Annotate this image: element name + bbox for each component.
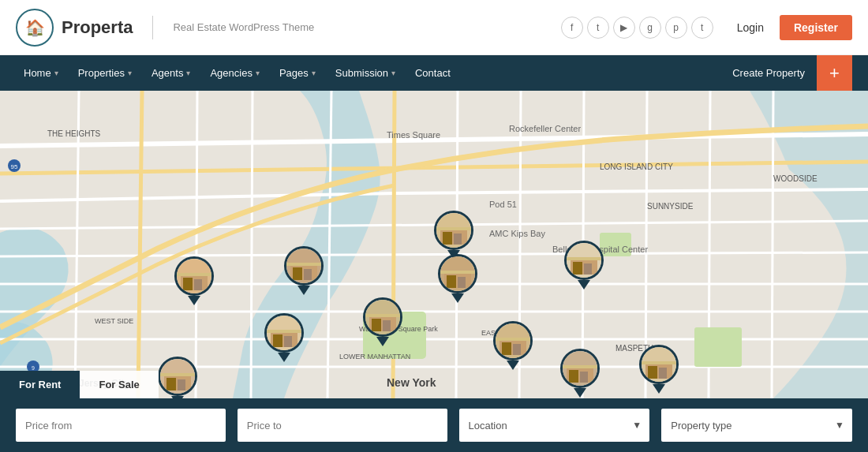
nav-items: Home ▾ Properties ▾ Agents ▾ Agencies ▾ … [16, 55, 720, 91]
map-marker[interactable] [174, 256, 214, 302]
nav-label-home: Home [24, 67, 51, 79]
svg-text:SUNNYSIDE: SUNNYSIDE [647, 202, 694, 211]
svg-line-13 [196, 91, 197, 398]
svg-text:WOODSIDE: WOODSIDE [773, 174, 817, 183]
location-select[interactable]: Location New York Brooklyn Queens Manhat… [459, 409, 650, 442]
social-icons: f t ▶ g p t [561, 17, 713, 39]
map-marker[interactable] [560, 349, 600, 394]
map-marker[interactable] [363, 297, 402, 343]
chevron-down-icon: ▾ [256, 69, 260, 77]
price-to-input[interactable] [238, 409, 447, 442]
nav-label-submission: Submission [335, 67, 388, 79]
svg-line-22 [772, 91, 773, 398]
chevron-down-icon: ▾ [54, 69, 58, 77]
pinterest-icon[interactable]: p [665, 17, 687, 39]
map-marker[interactable] [284, 246, 324, 292]
nav-item-agents[interactable]: Agents ▾ [144, 55, 198, 91]
nav-right: Create Property + [720, 55, 852, 91]
nav-label-agencies: Agencies [210, 67, 252, 79]
svg-text:Times Square: Times Square [387, 130, 440, 140]
svg-text:LONG ISLAND CITY: LONG ISLAND CITY [600, 162, 673, 171]
tab-for-rent[interactable]: For Rent [0, 371, 80, 398]
nav-item-agencies[interactable]: Agencies ▾ [202, 55, 267, 91]
logo-subtitle: Real Estate WordPress Theme [173, 21, 314, 33]
property-type-select-wrapper: Property type Apartment House Studio Con… [661, 409, 852, 442]
nav-item-contact[interactable]: Contact [407, 55, 458, 91]
create-property-button[interactable]: Create Property [720, 55, 817, 91]
map-marker[interactable] [564, 241, 604, 286]
map-marker[interactable] [158, 357, 197, 398]
header: 🏠 Properta Real Estate WordPress Theme f… [0, 0, 868, 55]
header-right: f t ▶ g p t Login Register [561, 15, 852, 40]
logo-divider [152, 16, 153, 39]
chevron-down-icon: ▾ [128, 69, 132, 77]
nav-label-agents: Agents [152, 67, 183, 79]
nav-item-home[interactable]: Home ▾ [16, 55, 66, 91]
nav-label-contact: Contact [415, 67, 451, 79]
register-button[interactable]: Register [780, 15, 852, 40]
svg-text:WEST SIDE: WEST SIDE [95, 317, 133, 325]
map-marker[interactable] [434, 211, 473, 256]
svg-text:AMC Kips Bay: AMC Kips Bay [489, 229, 545, 238]
logo-icon: 🏠 [16, 9, 54, 47]
svg-rect-25 [694, 327, 742, 367]
tabs-bar: For Rent For Sale [0, 371, 159, 398]
logo-text: Properta [62, 17, 133, 38]
plus-button[interactable]: + [817, 55, 852, 91]
svg-text:New York: New York [387, 376, 436, 389]
tumblr-icon[interactable]: t [691, 17, 713, 39]
svg-line-14 [251, 91, 253, 398]
svg-text:9: 9 [32, 365, 35, 371]
location-select-wrapper: Location New York Brooklyn Queens Manhat… [459, 409, 650, 442]
chevron-down-icon: ▾ [186, 69, 190, 77]
navigation: Home ▾ Properties ▾ Agents ▾ Agencies ▾ … [0, 55, 868, 91]
svg-text:95: 95 [11, 163, 18, 170]
chevron-down-icon: ▾ [391, 69, 395, 77]
tab-for-sale[interactable]: For Sale [80, 371, 158, 398]
youtube-icon[interactable]: ▶ [613, 17, 635, 39]
map-container: Times Square Rockefeller Center AMC Kips… [0, 91, 868, 398]
twitter-icon[interactable]: t [587, 17, 609, 39]
nav-label-pages: Pages [279, 67, 309, 79]
nav-label-properties: Properties [78, 67, 125, 79]
nav-item-submission[interactable]: Submission ▾ [327, 55, 403, 91]
svg-text:THE HEIGHTS: THE HEIGHTS [47, 129, 101, 138]
login-button[interactable]: Login [728, 17, 773, 39]
svg-text:LOWER MANHATTAN: LOWER MANHATTAN [339, 353, 410, 360]
map-marker[interactable] [438, 254, 477, 300]
map-marker[interactable] [264, 313, 304, 359]
map-marker[interactable] [639, 345, 679, 390]
nav-item-pages[interactable]: Pages ▾ [271, 55, 324, 91]
property-type-select[interactable]: Property type Apartment House Studio Con… [661, 409, 852, 442]
chevron-down-icon: ▾ [312, 69, 316, 77]
nav-item-properties[interactable]: Properties ▾ [70, 55, 140, 91]
logo-container: 🏠 Properta Real Estate WordPress Theme [16, 9, 314, 47]
bottom-filter-bar: Location New York Brooklyn Queens Manhat… [0, 398, 868, 452]
map-marker[interactable] [493, 321, 533, 367]
price-from-input[interactable] [16, 409, 226, 442]
svg-text:Rockefeller Center: Rockefeller Center [509, 124, 581, 133]
facebook-icon[interactable]: f [561, 17, 583, 39]
googleplus-icon[interactable]: g [639, 17, 661, 39]
svg-text:Pod 51: Pod 51 [489, 200, 517, 209]
